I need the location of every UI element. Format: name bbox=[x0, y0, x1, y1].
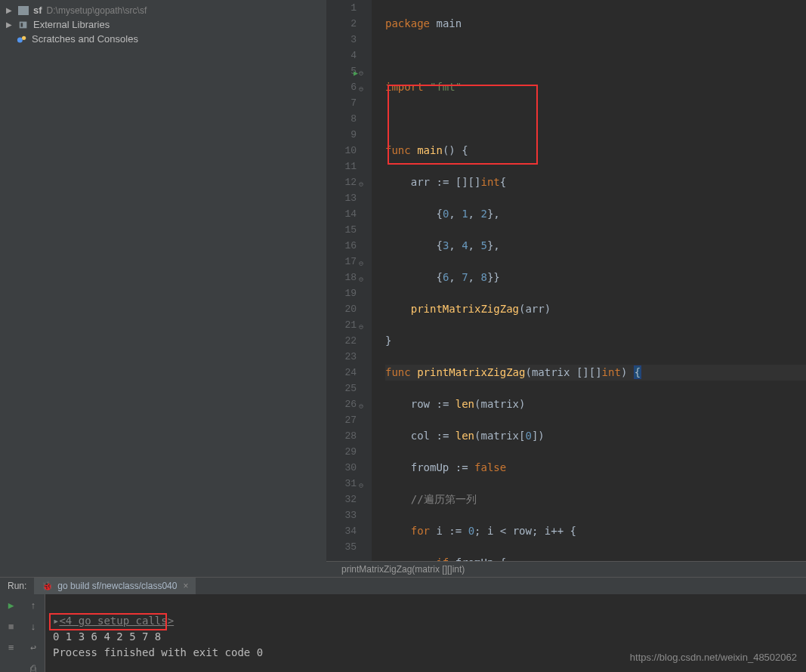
folder-icon bbox=[18, 6, 29, 15]
layout-button[interactable]: ≡ bbox=[5, 641, 18, 655]
scratches-label: Scratches and Consoles bbox=[32, 33, 138, 45]
watermark: https://blog.csdn.net/weixin_48502062 bbox=[630, 652, 797, 663]
project-tree[interactable]: ▶ sf D:\mysetup\gopath\src\sf ▶ External… bbox=[0, 0, 326, 577]
bug-icon: 🐞 bbox=[42, 581, 53, 591]
svg-point-3 bbox=[22, 35, 26, 39]
stop-button[interactable]: ■ bbox=[5, 620, 18, 633]
run-label: Run: bbox=[0, 581, 34, 591]
scratch-icon bbox=[17, 34, 27, 45]
tree-item-external-libs[interactable]: ▶ External Libraries bbox=[0, 17, 326, 32]
wrap-button[interactable]: ↩ bbox=[26, 641, 40, 655]
down-button[interactable]: ↓ bbox=[26, 620, 40, 633]
external-libs-label: External Libraries bbox=[33, 19, 110, 30]
code-content[interactable]: package main import "fmt" func main() { … bbox=[372, 0, 806, 561]
svg-point-2 bbox=[17, 37, 23, 42]
run-tab-label: go build sf/newclass/class040 bbox=[57, 581, 177, 591]
folder-path: D:\mysetup\gopath\src\sf bbox=[47, 5, 147, 16]
tree-item-sf[interactable]: ▶ sf D:\mysetup\gopath\src\sf bbox=[0, 3, 326, 17]
breadcrumb[interactable]: printMatrixZigZag(matrix [][]int) bbox=[326, 561, 806, 577]
tree-item-scratches[interactable]: Scratches and Consoles bbox=[0, 32, 326, 46]
svg-rect-0 bbox=[20, 21, 27, 28]
breadcrumb-text: printMatrixZigZag(matrix [][]int) bbox=[341, 564, 465, 575]
line-gutter: 1 2 3 4 5▶⊖ 6⊖ 7 8 9 10 11 12⊖ 13 14 15 … bbox=[326, 0, 372, 561]
run-header: Run: 🐞 go build sf/newclass/class040 × bbox=[0, 578, 806, 594]
print-button[interactable]: ⎙ bbox=[26, 662, 40, 672]
console-result: 0 1 3 6 4 2 5 7 8 bbox=[53, 630, 168, 643]
console-setup: ▸<4 go setup calls> bbox=[53, 615, 174, 627]
run-tab[interactable]: 🐞 go build sf/newclass/class040 × bbox=[34, 578, 196, 594]
run-sidebar: ▶ ■ ≡ ↑ ↓ ↩ ⎙ bbox=[0, 594, 45, 672]
code-editor[interactable]: 1 2 3 4 5▶⊖ 6⊖ 7 8 9 10 11 12⊖ 13 14 15 … bbox=[326, 0, 806, 577]
chevron-right-icon: ▶ bbox=[6, 6, 17, 14]
library-icon bbox=[18, 20, 29, 30]
console-exit: Process finished with exit code 0 bbox=[53, 646, 263, 658]
chevron-right-icon: ▶ bbox=[6, 20, 17, 29]
svg-rect-1 bbox=[21, 23, 23, 26]
close-icon[interactable]: × bbox=[183, 581, 188, 591]
up-button[interactable]: ↑ bbox=[26, 599, 40, 612]
rerun-button[interactable]: ▶ bbox=[5, 599, 18, 612]
folder-label: sf bbox=[33, 5, 42, 16]
